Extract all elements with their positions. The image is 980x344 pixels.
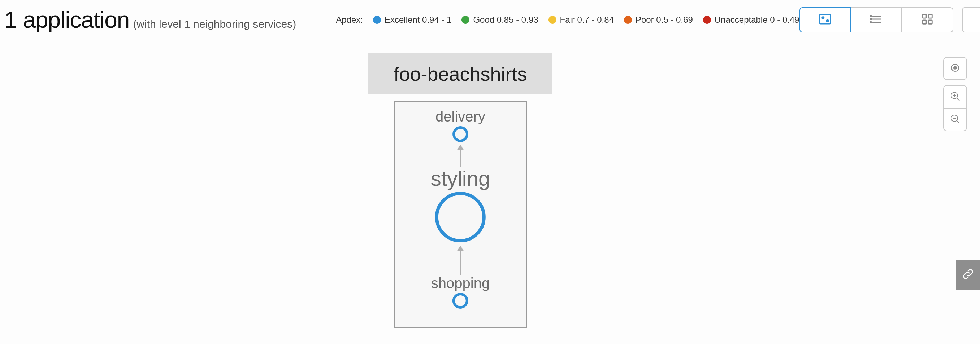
map-view-button[interactable] <box>799 7 851 32</box>
view-controls <box>799 7 980 32</box>
svg-point-1 <box>822 17 824 19</box>
legend-item-unacceptable: Unacceptable 0 - 0.49 <box>703 15 799 25</box>
zoom-out-icon <box>950 114 961 126</box>
legend-text-good: Good 0.85 - 0.93 <box>473 15 538 25</box>
share-link-tab[interactable] <box>956 260 980 290</box>
legend-text-excellent: Excellent 0.94 - 1 <box>385 15 451 25</box>
target-icon <box>950 62 961 75</box>
topology-canvas[interactable]: foo-beachshirts delivery styling shoppin… <box>0 36 980 344</box>
legend-dot-fair <box>549 16 557 24</box>
application-card: foo-beachshirts delivery styling shoppin… <box>368 53 552 328</box>
service-node-shopping[interactable]: shopping <box>431 275 490 309</box>
grid-view-button[interactable] <box>902 7 953 32</box>
svg-rect-12 <box>928 20 932 24</box>
zoom-out-button[interactable] <box>943 108 967 131</box>
svg-point-7 <box>870 19 871 20</box>
svg-point-6 <box>870 16 871 17</box>
legend-dot-unacceptable <box>703 16 711 24</box>
svg-line-17 <box>957 98 959 101</box>
legend-item-fair: Fair 0.7 - 0.84 <box>549 15 614 25</box>
svg-rect-11 <box>922 20 926 24</box>
service-node-styling[interactable]: styling <box>431 166 490 242</box>
edge-styling-to-delivery <box>460 145 461 167</box>
service-label-shopping: shopping <box>431 275 490 291</box>
grid-view-icon <box>920 12 934 27</box>
legend-item-poor: Poor 0.5 - 0.69 <box>624 15 693 25</box>
page-subtitle: (with level 1 neighboring services) <box>133 18 296 30</box>
legend-item-good: Good 0.85 - 0.93 <box>461 15 538 25</box>
list-view-button[interactable] <box>851 7 902 32</box>
service-circle-delivery <box>452 126 468 142</box>
map-tool-stack <box>943 57 967 131</box>
zoom-in-icon <box>950 91 961 103</box>
legend-dot-poor <box>624 16 632 24</box>
svg-line-21 <box>957 121 959 123</box>
legend-text-poor: Poor 0.5 - 0.69 <box>636 15 693 25</box>
svg-point-2 <box>826 20 828 22</box>
map-view-icon <box>818 12 832 27</box>
link-icon <box>962 268 975 282</box>
page-title-block: 1 application (with level 1 neighboring … <box>4 6 296 33</box>
page-title: 1 application <box>4 6 129 33</box>
svg-rect-0 <box>819 14 830 24</box>
svg-rect-10 <box>928 14 932 18</box>
zoom-in-button[interactable] <box>943 85 967 108</box>
legend-dot-good <box>461 16 469 24</box>
svg-point-8 <box>870 22 871 23</box>
apdex-legend: Apdex: Excellent 0.94 - 1 Good 0.85 - 0.… <box>336 15 799 25</box>
list-view-icon <box>869 12 883 27</box>
service-label-delivery: delivery <box>436 109 485 125</box>
legend-text-fair: Fair 0.7 - 0.84 <box>560 15 614 25</box>
service-node-delivery[interactable]: delivery <box>436 109 485 142</box>
service-circle-shopping <box>452 293 468 309</box>
legend-text-unacceptable: Unacceptable 0 - 0.49 <box>714 15 799 25</box>
service-label-styling: styling <box>431 166 490 190</box>
apdex-legend-label: Apdex: <box>336 15 363 25</box>
recenter-button[interactable] <box>943 57 967 80</box>
view-mode-group <box>799 7 953 32</box>
settings-button[interactable] <box>962 7 980 32</box>
legend-dot-excellent <box>373 16 381 24</box>
edge-shopping-to-styling <box>460 246 461 275</box>
header-bar: 1 application (with level 1 neighboring … <box>0 0 980 36</box>
legend-item-excellent: Excellent 0.94 - 1 <box>373 15 451 25</box>
svg-rect-9 <box>922 14 926 18</box>
application-name[interactable]: foo-beachshirts <box>368 53 552 95</box>
service-graph-box: delivery styling shopping <box>394 101 527 328</box>
service-circle-styling <box>435 192 486 242</box>
svg-point-15 <box>954 67 956 69</box>
